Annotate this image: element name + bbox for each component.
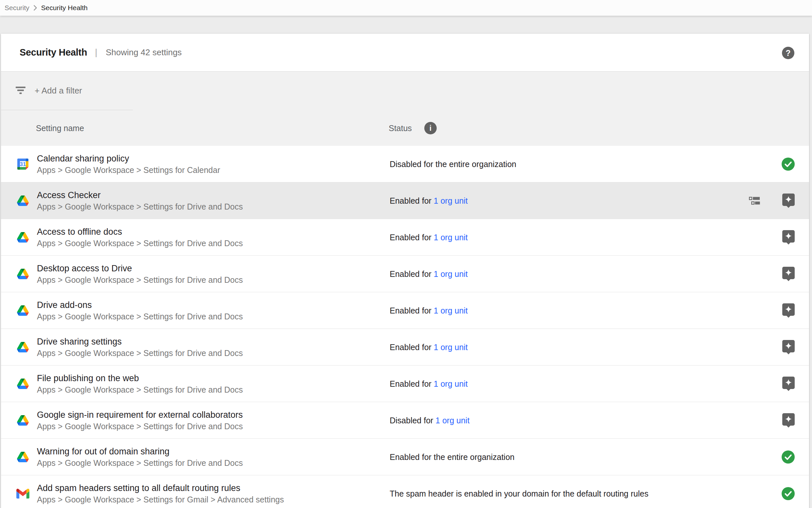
breadcrumb: Security Security Health (0, 0, 812, 16)
settings-table: 31 Calendar sharing policy Apps > Google… (1, 146, 809, 508)
drive-icon (16, 196, 30, 206)
recommendation-badge-icon[interactable] (782, 413, 795, 428)
setting-text: Google sign-in requirement for external … (37, 409, 243, 432)
status-info-icon[interactable]: i (424, 122, 437, 134)
setting-title: Access to offline docs (37, 226, 243, 238)
table-row[interactable]: Drive sharing settings Apps > Google Wor… (1, 329, 809, 366)
filter-list-icon (15, 86, 26, 96)
setting-title: Drive add-ons (37, 299, 243, 311)
table-row[interactable]: Access Checker Apps > Google Workspace >… (1, 182, 809, 219)
setting-path: Apps > Google Workspace > Settings for D… (37, 201, 243, 212)
status-prefix: Enabled for (390, 306, 434, 315)
gmail-icon (16, 489, 30, 499)
org-unit-link[interactable]: 1 org unit (434, 342, 468, 351)
table-row[interactable]: Google sign-in requirement for external … (1, 402, 809, 439)
org-unit-link[interactable]: 1 org unit (435, 416, 469, 425)
setting-path: Apps > Google Workspace > Settings for D… (37, 238, 243, 249)
drive-icon (16, 415, 30, 426)
setting-title: Access Checker (37, 189, 243, 201)
table-row[interactable]: Add spam headers setting to all default … (1, 475, 809, 508)
recommendation-badge-icon[interactable] (782, 303, 795, 318)
recommendation-badge-icon[interactable] (782, 377, 795, 391)
setting-path: Apps > Google Workspace > Settings for C… (37, 165, 220, 175)
drive-icon (16, 452, 30, 462)
recommendation-badge-icon[interactable] (782, 267, 795, 281)
org-unit-link[interactable]: 1 org unit (434, 379, 468, 388)
status-text: Disabled for 1 org unit (390, 416, 470, 425)
filter-bar: + Add a filter (1, 72, 809, 110)
breadcrumb-item-security[interactable]: Security (5, 4, 30, 12)
setting-text: Add spam headers setting to all default … (37, 482, 284, 505)
setting-text: Access Checker Apps > Google Workspace >… (37, 189, 243, 212)
setting-title: Google sign-in requirement for external … (37, 409, 243, 421)
help-icon[interactable]: ? (782, 47, 794, 59)
org-unit-link[interactable]: 1 org unit (434, 196, 468, 205)
calendar-icon: 31 (16, 159, 30, 170)
drive-icon (16, 342, 30, 352)
rules-icon (749, 197, 760, 205)
recommendation-badge-icon[interactable] (782, 230, 795, 245)
status-text: Enabled for the entire organization (390, 452, 515, 462)
setting-text: Access to offline docs Apps > Google Wor… (37, 226, 243, 249)
add-filter-button[interactable]: + Add a filter (35, 72, 82, 110)
drive-icon (16, 305, 30, 316)
setting-path: Apps > Google Workspace > Settings for D… (37, 384, 243, 395)
setting-path: Apps > Google Workspace > Settings for D… (37, 458, 243, 468)
status-text: Disabled for the entire organization (390, 159, 516, 169)
setting-title: Calendar sharing policy (37, 153, 220, 165)
settings-count: Showing 42 settings (106, 47, 182, 57)
status-prefix: Disabled for the entire organization (390, 159, 516, 168)
setting-text: Drive add-ons Apps > Google Workspace > … (37, 299, 243, 322)
column-header-status: Status (389, 110, 412, 146)
setting-text: Desktop access to Drive Apps > Google Wo… (37, 262, 243, 285)
status-text: Enabled for 1 org unit (390, 342, 468, 352)
drive-icon (16, 269, 30, 279)
card-header: Security Health | Showing 42 settings ? (1, 34, 809, 71)
table-row[interactable]: Access to offline docs Apps > Google Wor… (1, 219, 809, 256)
table-row[interactable]: Warning for out of domain sharing Apps >… (1, 439, 809, 475)
table-row[interactable]: Desktop access to Drive Apps > Google Wo… (1, 256, 809, 292)
status-text: Enabled for 1 org unit (390, 196, 468, 205)
status-prefix: Enabled for (390, 269, 434, 278)
table-row[interactable]: File publishing on the web Apps > Google… (1, 366, 809, 402)
org-unit-link[interactable]: 1 org unit (434, 306, 468, 315)
drive-icon (16, 232, 30, 243)
setting-path: Apps > Google Workspace > Settings for G… (37, 494, 284, 505)
status-text: The spam header is enabled in your domai… (390, 489, 649, 498)
status-text: Enabled for 1 org unit (390, 379, 468, 388)
setting-text: Warning for out of domain sharing Apps >… (37, 446, 243, 468)
table-row[interactable]: Drive add-ons Apps > Google Workspace > … (1, 292, 809, 329)
chevron-right-icon (33, 5, 37, 11)
table-row[interactable]: 31 Calendar sharing policy Apps > Google… (1, 146, 809, 182)
svg-text:31: 31 (20, 161, 26, 167)
setting-path: Apps > Google Workspace > Settings for D… (37, 348, 243, 358)
org-unit-link[interactable]: 1 org unit (434, 232, 468, 242)
drive-icon (16, 379, 30, 389)
status-text: Enabled for 1 org unit (390, 269, 468, 279)
table-header: Setting name Status i (1, 110, 809, 146)
setting-title: Desktop access to Drive (37, 262, 243, 274)
recommendation-badge-icon[interactable] (782, 194, 795, 208)
setting-path: Apps > Google Workspace > Settings for D… (37, 274, 243, 285)
setting-path: Apps > Google Workspace > Settings for D… (37, 311, 243, 322)
status-ok-icon (782, 487, 795, 500)
setting-title: Warning for out of domain sharing (37, 446, 243, 458)
setting-title: File publishing on the web (37, 372, 243, 384)
status-prefix: Enabled for (390, 196, 434, 205)
column-header-setting-name: Setting name (36, 110, 84, 146)
filter-and-header-band: + Add a filter Setting name Status i (1, 71, 809, 146)
title-divider: | (95, 47, 97, 57)
setting-text: File publishing on the web Apps > Google… (37, 372, 243, 395)
status-prefix: Disabled for (390, 416, 435, 425)
status-prefix: Enabled for the entire organization (390, 452, 515, 461)
org-unit-link[interactable]: 1 org unit (434, 269, 468, 278)
setting-text: Calendar sharing policy Apps > Google Wo… (37, 153, 220, 175)
status-ok-icon (782, 451, 795, 464)
setting-path: Apps > Google Workspace > Settings for D… (37, 421, 243, 432)
status-prefix: Enabled for (390, 232, 434, 242)
setting-title: Add spam headers setting to all default … (37, 482, 284, 494)
status-prefix: The spam header is enabled in your domai… (390, 489, 649, 498)
status-prefix: Enabled for (390, 379, 434, 388)
setting-title: Drive sharing settings (37, 336, 243, 348)
recommendation-badge-icon[interactable] (782, 340, 795, 354)
